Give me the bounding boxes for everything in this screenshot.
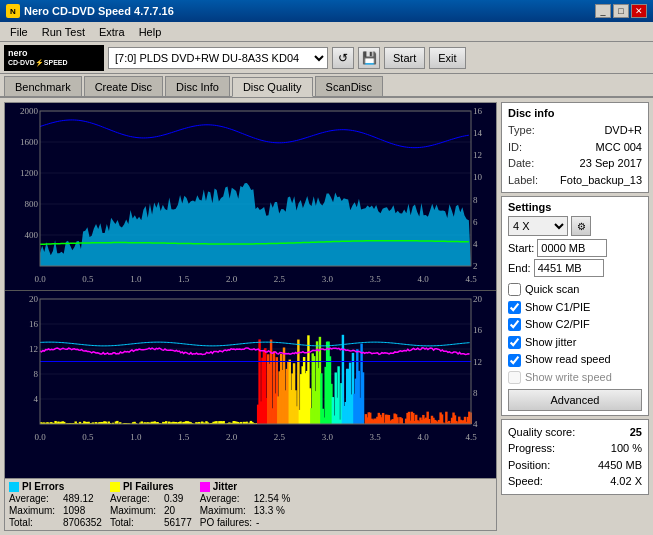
position-label: Position: xyxy=(508,457,550,474)
show-write-speed-label: Show write speed xyxy=(525,369,612,387)
minimize-button[interactable]: _ xyxy=(595,4,611,18)
tab-disc-quality[interactable]: Disc Quality xyxy=(232,77,313,97)
tab-scan-disc[interactable]: ScanDisc xyxy=(315,76,383,96)
disc-info-box: Disc info Type: DVD+R ID: MCC 004 Date: … xyxy=(501,102,649,193)
title-bar: N Nero CD-DVD Speed 4.7.7.16 _ □ ✕ xyxy=(0,0,653,22)
drive-select[interactable]: [7:0] PLDS DVD+RW DU-8A3S KD04 xyxy=(108,47,328,69)
quick-scan-label: Quick scan xyxy=(525,281,579,299)
show-c1pie-label: Show C1/PIE xyxy=(525,299,590,317)
tab-create-disc[interactable]: Create Disc xyxy=(84,76,163,96)
jitter-avg-value: 12.54 % xyxy=(254,493,291,504)
main-content: PI Errors Average: 489.12 Maximum: 1098 … xyxy=(0,98,653,535)
progress-label: Progress: xyxy=(508,440,555,457)
jitter-avg-label: Average: xyxy=(200,493,250,504)
progress-value: 100 % xyxy=(611,440,642,457)
jitter-po-label: PO failures: xyxy=(200,517,252,528)
pi-failures-chart xyxy=(5,291,496,478)
pi-failures-color xyxy=(110,482,120,492)
pi-errors-chart xyxy=(5,103,496,291)
settings-title: Settings xyxy=(508,201,642,213)
tabs-bar: Benchmark Create Disc Disc Info Disc Qua… xyxy=(0,74,653,98)
legend-bar: PI Errors Average: 489.12 Maximum: 1098 … xyxy=(4,479,497,531)
jitter-max-value: 13.3 % xyxy=(254,505,285,516)
disc-label-value: Foto_backup_13 xyxy=(560,172,642,189)
advanced-button[interactable]: Advanced xyxy=(508,389,642,411)
pi-errors-max-label: Maximum: xyxy=(9,505,59,516)
pi-errors-max-value: 1098 xyxy=(63,505,85,516)
right-panel: Disc info Type: DVD+R ID: MCC 004 Date: … xyxy=(501,102,649,531)
pi-errors-color xyxy=(9,482,19,492)
title-bar-buttons: _ □ ✕ xyxy=(595,4,647,18)
jitter-color xyxy=(200,482,210,492)
show-read-speed-label: Show read speed xyxy=(525,351,611,369)
legend-jitter: Jitter Average: 12.54 % Maximum: 13.3 % … xyxy=(200,481,291,528)
date-value: 23 Sep 2017 xyxy=(580,155,642,172)
legend-pi-errors: PI Errors Average: 489.12 Maximum: 1098 … xyxy=(9,481,102,528)
jitter-po-value: - xyxy=(256,517,259,528)
settings-box: Settings 4 X ⚙ Start: End: Quick scan xyxy=(501,196,649,416)
pi-failures-max-value: 20 xyxy=(164,505,175,516)
disc-info-title: Disc info xyxy=(508,107,642,119)
show-jitter-label: Show jitter xyxy=(525,334,576,352)
pi-errors-avg-value: 489.12 xyxy=(63,493,94,504)
jitter-max-label: Maximum: xyxy=(200,505,250,516)
exit-button[interactable]: Exit xyxy=(429,47,465,69)
pi-errors-avg-label: Average: xyxy=(9,493,59,504)
show-write-speed-check[interactable] xyxy=(508,371,521,384)
disc-label-label: Label: xyxy=(508,172,538,189)
menu-help[interactable]: Help xyxy=(133,25,168,39)
date-label: Date: xyxy=(508,155,534,172)
speed-config-icon[interactable]: ⚙ xyxy=(571,216,591,236)
start-input[interactable] xyxy=(537,239,607,257)
start-button[interactable]: Start xyxy=(384,47,425,69)
pi-failures-avg-label: Average: xyxy=(110,493,160,504)
show-c2pif-label: Show C2/PIF xyxy=(525,316,590,334)
speed-value: 4.02 X xyxy=(610,473,642,490)
quick-scan-check[interactable] xyxy=(508,283,521,296)
pi-failures-max-label: Maximum: xyxy=(110,505,160,516)
tab-benchmark[interactable]: Benchmark xyxy=(4,76,82,96)
menu-run-test[interactable]: Run Test xyxy=(36,25,91,39)
close-button[interactable]: ✕ xyxy=(631,4,647,18)
window-title: Nero CD-DVD Speed 4.7.7.16 xyxy=(24,5,174,17)
pi-failures-total-value: 56177 xyxy=(164,517,192,528)
app-logo: nero CD·DVD⚡SPEED xyxy=(4,45,104,71)
end-label: End: xyxy=(508,262,531,274)
charts-area xyxy=(4,102,497,479)
app-icon: N xyxy=(6,4,20,18)
position-value: 4450 MB xyxy=(598,457,642,474)
quality-score-label: Quality score: xyxy=(508,424,575,441)
quality-score-value: 25 xyxy=(630,424,642,441)
pi-errors-title: PI Errors xyxy=(22,481,64,492)
id-value: MCC 004 xyxy=(596,139,642,156)
tab-disc-info[interactable]: Disc Info xyxy=(165,76,230,96)
show-c2pif-check[interactable] xyxy=(508,318,521,331)
menu-bar: File Run Test Extra Help xyxy=(0,22,653,42)
speed-select[interactable]: 4 X xyxy=(508,216,568,236)
menu-extra[interactable]: Extra xyxy=(93,25,131,39)
end-input[interactable] xyxy=(534,259,604,277)
pi-failures-avg-value: 0.39 xyxy=(164,493,183,504)
show-jitter-check[interactable] xyxy=(508,336,521,349)
menu-file[interactable]: File xyxy=(4,25,34,39)
pi-failures-total-label: Total: xyxy=(110,517,160,528)
show-read-speed-check[interactable] xyxy=(508,354,521,367)
toolbar: nero CD·DVD⚡SPEED [7:0] PLDS DVD+RW DU-8… xyxy=(0,42,653,74)
maximize-button[interactable]: □ xyxy=(613,4,629,18)
id-label: ID: xyxy=(508,139,522,156)
type-label: Type: xyxy=(508,122,535,139)
show-c1pie-check[interactable] xyxy=(508,301,521,314)
jitter-title: Jitter xyxy=(213,481,237,492)
pi-failures-title: PI Failures xyxy=(123,481,174,492)
save-icon[interactable]: 💾 xyxy=(358,47,380,69)
refresh-icon[interactable]: ↺ xyxy=(332,47,354,69)
speed-label: Speed: xyxy=(508,473,543,490)
quality-box: Quality score: 25 Progress: 100 % Positi… xyxy=(501,419,649,495)
pi-errors-total-label: Total: xyxy=(9,517,59,528)
legend-pi-failures: PI Failures Average: 0.39 Maximum: 20 To… xyxy=(110,481,192,528)
pi-errors-total-value: 8706352 xyxy=(63,517,102,528)
start-label: Start: xyxy=(508,242,534,254)
type-value: DVD+R xyxy=(604,122,642,139)
